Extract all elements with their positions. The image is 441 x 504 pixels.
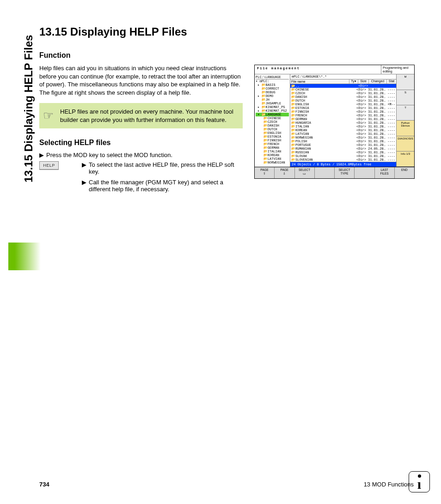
shot-status-bar: 24 Objects / 0 Bytes / 15024.0MBytes fre… <box>290 162 396 167</box>
chapter-label: 13 MOD Functions <box>364 481 414 488</box>
info-icon: ı <box>409 471 430 492</box>
margin-section-title: 13.15 Displaying HELP Files <box>22 35 35 182</box>
help-softkey-icon: HELP <box>39 161 59 170</box>
shot-softkey: PAGE⇩ <box>275 167 294 178</box>
shot-side-button: Python Demos <box>397 121 414 136</box>
subhead-function: Function <box>39 51 243 60</box>
shot-title: File management <box>255 65 381 74</box>
shot-side-button: S <box>397 90 414 105</box>
page-footer: 734 13 MOD Functions <box>39 481 414 488</box>
shot-file-list: ⊟PLC:\LANGUAGE\*.* File name Ty▾ Size Ch… <box>290 74 397 167</box>
page-number: 734 <box>39 481 49 488</box>
step-2-text: To select the last active HELP file, pre… <box>89 161 243 175</box>
step-3: ▶ Call the file manager (PGM MGT key) an… <box>82 179 243 193</box>
shot-softkey: PAGE⇧ <box>255 167 275 178</box>
subhead-selecting: Selecting HELP files <box>39 139 243 147</box>
shot-list-path: ⊟PLC:\LANGUAGE\*.* <box>290 74 396 79</box>
step-1-text: Press the MOD key to select the MOD func… <box>46 152 172 158</box>
screenshot-figure: File management Programming and editing … <box>254 65 415 179</box>
shot-tree: PLC:\LANGUAGE ▾ ⊟PLC: ▸ 📂BASIS 📂CORRECT … <box>255 74 290 167</box>
shot-softkey-row: PAGE⇧PAGE⇩SELECT▭SELECTTYPELASTFILESEND <box>255 167 414 178</box>
hand-point-icon: ☞ <box>43 108 54 124</box>
shot-softkey: END <box>395 167 414 178</box>
page-heading: 13.15 Displaying HELP Files <box>39 25 243 38</box>
paragraph-function: Help files can aid you in situations in … <box>39 64 243 97</box>
shot-tree-path: PLC:\LANGUAGE <box>256 75 289 79</box>
triangle-bullet-icon: ▶ <box>82 179 86 193</box>
main-column: 13.15 Displaying HELP Files Function Hel… <box>39 25 243 194</box>
file-row: 📂CHINESE<Dir> 31.01.20… ---- <box>290 88 396 91</box>
shot-mode: Programming and editing <box>381 65 414 74</box>
step-3-text: Call the file manager (PGM MGT key) and … <box>89 179 243 193</box>
file-row: 📂DANISH<Dir> 31.01.20… ---- <box>290 95 396 99</box>
shot-softkey: SELECT▭ <box>295 167 315 178</box>
triangle-bullet-icon: ▶ <box>82 161 86 175</box>
note-text: HELP files are not provided on every mac… <box>60 108 236 124</box>
shot-softkey: LASTFILES <box>375 167 395 178</box>
shot-side-button: T <box>397 105 414 121</box>
shot-softkey: SELECTTYPE <box>335 167 355 178</box>
shot-softkey <box>355 167 374 178</box>
shot-side-button: Info 1/3 <box>397 152 414 167</box>
step-2: ▶ To select the last active HELP file, p… <box>82 161 243 175</box>
shot-side-button: DIAGNOSIS <box>397 136 414 152</box>
note-box: ☞ HELP files are not provided on every m… <box>39 103 243 128</box>
shot-side-buttons: MSTPython DemosDIAGNOSISInfo 1/3 <box>397 74 414 167</box>
shot-side-button: M <box>397 74 414 90</box>
section-gradient-tab <box>8 243 41 270</box>
triangle-bullet-icon: ▶ <box>39 152 44 158</box>
shot-softkey <box>315 167 335 178</box>
shot-list-header: File name Ty▾ Size Changed Stat <box>290 79 396 84</box>
step-1: ▶ Press the MOD key to select the MOD fu… <box>39 152 243 158</box>
file-row: 📂SLOVENIAN<Dir> 31.01.20… ---- <box>290 158 396 162</box>
tree-item: 📂NORWEGIAN <box>256 161 289 164</box>
